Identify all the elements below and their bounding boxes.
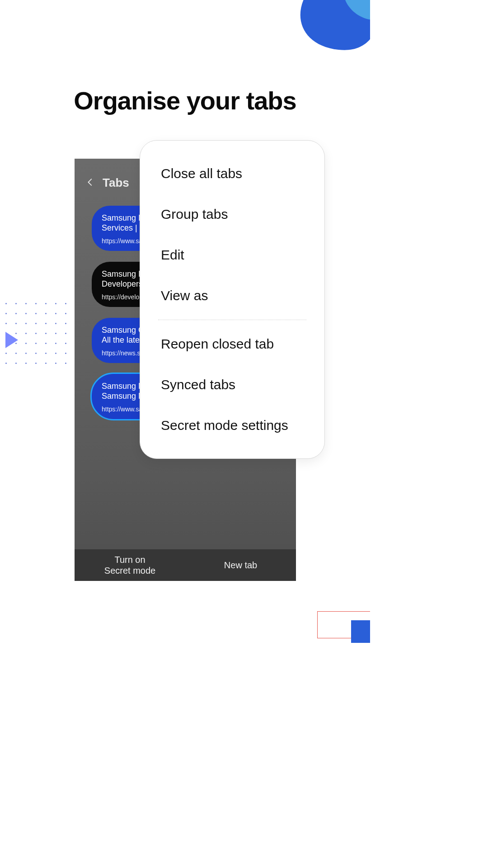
- menu-item-synced-tabs[interactable]: Synced tabs: [140, 364, 324, 405]
- decorative-blob: [284, 0, 370, 68]
- menu-item-group-tabs[interactable]: Group tabs: [140, 194, 324, 235]
- menu-item-reopen-closed[interactable]: Reopen closed tab: [140, 324, 324, 364]
- new-tab-button[interactable]: New tab: [185, 549, 296, 581]
- decorative-dot-grid: [0, 303, 77, 371]
- page-title: Organise your tabs: [0, 86, 370, 115]
- menu-separator: [158, 320, 306, 320]
- tabs-overflow-menu: Close all tabs Group tabs Edit View as R…: [140, 140, 325, 459]
- menu-item-secret-mode-settings[interactable]: Secret mode settings: [140, 405, 324, 446]
- screen-title: Tabs: [103, 176, 129, 190]
- secret-mode-line2: Secret mode: [104, 565, 155, 576]
- secret-mode-line1: Turn on: [114, 554, 145, 565]
- menu-item-close-all[interactable]: Close all tabs: [140, 153, 324, 194]
- play-triangle-icon: [5, 332, 18, 348]
- secret-mode-button[interactable]: Turn on Secret mode: [75, 549, 185, 581]
- menu-item-edit[interactable]: Edit: [140, 235, 324, 275]
- menu-item-view-as[interactable]: View as: [140, 275, 324, 316]
- back-icon[interactable]: [85, 177, 95, 189]
- new-tab-label: New tab: [224, 560, 257, 571]
